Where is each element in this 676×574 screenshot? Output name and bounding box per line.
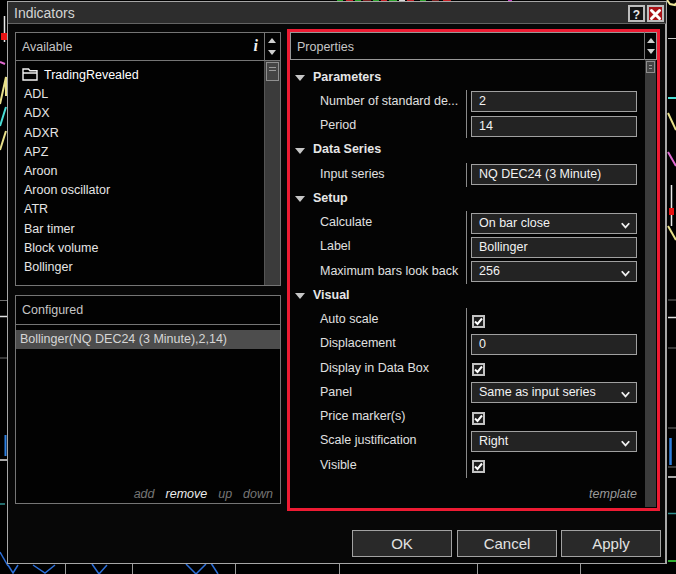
svg-text:?: ?: [633, 8, 640, 21]
